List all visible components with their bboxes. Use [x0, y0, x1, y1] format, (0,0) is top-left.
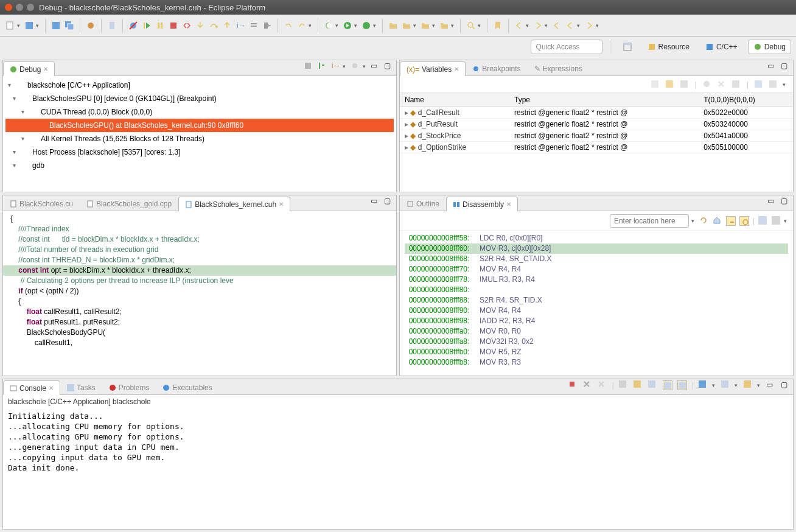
maximize-icon[interactable]: ▢: [781, 380, 791, 390]
maximize-icon[interactable]: ▢: [781, 197, 791, 206]
refresh-icon[interactable]: [699, 216, 709, 226]
debug-launch-icon[interactable]: ⬢: [323, 20, 334, 31]
minimize-icon[interactable]: ▭: [766, 380, 776, 390]
console-tab[interactable]: Console ✕: [3, 380, 60, 395]
variables-tab[interactable]: (x)= Variables ✕: [400, 61, 466, 76]
disconnect-icon[interactable]: [181, 20, 192, 31]
close-icon[interactable]: ✕: [506, 201, 511, 208]
redo-icon[interactable]: [296, 20, 307, 31]
openproj-icon[interactable]: [388, 20, 399, 31]
search-icon[interactable]: [466, 20, 477, 31]
vars-tb-icon[interactable]: [769, 80, 778, 89]
close-icon[interactable]: ✕: [454, 66, 459, 72]
sync-icon[interactable]: [739, 216, 749, 226]
editor-body[interactable]: { ////Thread index //const int tid = blo…: [3, 211, 396, 376]
stepmode-icon[interactable]: [248, 20, 259, 31]
remove-icon[interactable]: [583, 380, 593, 390]
toggle-bp-icon[interactable]: [106, 20, 117, 31]
opentask-icon[interactable]: [439, 20, 450, 31]
disassembly-body[interactable]: 00000000008fff58: LDC R0, c[0x0][R0] 000…: [400, 231, 793, 376]
vars-tb-icon[interactable]: [755, 80, 763, 89]
saveall-icon[interactable]: [64, 20, 75, 31]
expressions-tab[interactable]: ✎ Expressions: [528, 61, 589, 75]
quick-access-input[interactable]: Quick Access: [531, 40, 602, 54]
cpp-perspective[interactable]: C/C++: [700, 40, 743, 54]
minimize-icon[interactable]: ▭: [371, 61, 380, 71]
maximize-icon[interactable]: ▢: [384, 61, 394, 71]
maximize-icon[interactable]: [27, 4, 34, 11]
stepreturn-icon[interactable]: [222, 20, 232, 31]
close-icon[interactable]: ✕: [279, 201, 284, 208]
display-icon[interactable]: [699, 380, 708, 390]
marker-icon[interactable]: [492, 20, 503, 31]
problems-tab[interactable]: Problems: [102, 380, 156, 394]
breakpoints-tab[interactable]: Breakpoints: [466, 61, 527, 75]
home-icon[interactable]: [713, 216, 722, 226]
minimize-icon[interactable]: ▭: [767, 197, 777, 206]
clear-icon[interactable]: [634, 380, 643, 390]
vars-tb-icon[interactable]: [666, 80, 674, 89]
scroll-lock-icon[interactable]: [619, 380, 629, 390]
col-value[interactable]: T(0,0,0)B(0,0,0): [699, 93, 793, 107]
profile-launch-icon[interactable]: [361, 20, 372, 31]
terminate-icon[interactable]: [168, 20, 179, 31]
debug-tb-icon[interactable]: [317, 61, 327, 71]
vars-tb-icon[interactable]: [717, 80, 726, 89]
tree-item[interactable]: ▾BlackScholesGPU [0] [device 0 (GK104GL)…: [5, 92, 394, 105]
show-console-icon[interactable]: [663, 380, 672, 390]
col-name[interactable]: Name: [400, 93, 509, 107]
close-icon[interactable]: ✕: [49, 385, 54, 391]
outline-tab[interactable]: Outline: [400, 196, 446, 211]
tree-item[interactable]: ▾gdb: [5, 159, 394, 172]
close-icon[interactable]: ✕: [43, 66, 48, 72]
tree-item[interactable]: ▾blackschole [C/C++ Application]: [5, 79, 394, 92]
table-row[interactable]: ▸ ◆ d_StockPricerestrict @generic float2…: [400, 130, 793, 142]
table-row[interactable]: ▸ ◆ d_CallResultrestrict @generic float2…: [400, 107, 793, 119]
tree-item[interactable]: ▾All Kernel Threads (15,625 Blocks of 12…: [5, 132, 394, 145]
link-icon[interactable]: [726, 216, 736, 226]
minimize-icon[interactable]: ▭: [767, 61, 777, 71]
stepover-icon[interactable]: [208, 20, 219, 31]
disasm-tb-icon[interactable]: [772, 216, 781, 226]
vars-tb-icon[interactable]: [703, 80, 711, 89]
table-row[interactable]: ▸ ◆ d_PutResultrestrict @generic float2 …: [400, 119, 793, 130]
col-type[interactable]: Type: [509, 93, 699, 107]
last-edit-icon[interactable]: [551, 20, 562, 31]
prev-ann-icon[interactable]: [514, 20, 525, 31]
resource-perspective[interactable]: Resource: [642, 40, 695, 54]
vars-tb-icon[interactable]: [680, 80, 689, 89]
save-icon[interactable]: [24, 20, 35, 31]
tree-item[interactable]: BlackScholesGPU() at BlackScholes_kernel…: [5, 119, 394, 132]
show-console-icon[interactable]: [677, 380, 687, 390]
vars-tb-icon[interactable]: [732, 80, 741, 89]
openelem-icon[interactable]: [420, 20, 431, 31]
new-console-icon[interactable]: [744, 380, 753, 390]
console-output[interactable]: Initializing data... ...allocating CPU m…: [3, 408, 793, 529]
tree-item[interactable]: ▾Host Process [blackschole] [5357] [core…: [5, 145, 394, 159]
editor-tab-active[interactable]: BlackScholes_kernel.cuh ✕: [178, 197, 290, 211]
editor-tab[interactable]: BlackScholes_gold.cpp: [80, 196, 178, 211]
skip-bp-icon[interactable]: [128, 20, 139, 31]
run-launch-icon[interactable]: [342, 20, 353, 31]
next-ann-icon[interactable]: [532, 20, 543, 31]
vars-tb-icon[interactable]: [651, 80, 660, 89]
debug-tb-icon[interactable]: i→: [330, 61, 340, 71]
save2-icon[interactable]: [51, 20, 61, 31]
instruction-step-icon[interactable]: i→: [235, 20, 246, 31]
terminate-icon[interactable]: [568, 380, 578, 390]
close-icon[interactable]: [5, 4, 12, 11]
removeall-icon[interactable]: [598, 380, 607, 390]
debug-tb-icon[interactable]: [351, 61, 360, 71]
droptofr-icon[interactable]: [262, 20, 273, 31]
table-row[interactable]: ▸ ◆ d_OptionStrikerestrict @generic floa…: [400, 142, 793, 153]
location-input[interactable]: [610, 214, 689, 228]
minimize-icon[interactable]: [16, 4, 23, 11]
open-console-icon[interactable]: [721, 380, 731, 390]
suspend-icon[interactable]: [155, 20, 166, 31]
pin-icon[interactable]: [648, 380, 658, 390]
minimize-icon[interactable]: ▭: [371, 197, 380, 206]
resume-icon[interactable]: [141, 20, 152, 31]
stepinto-icon[interactable]: [195, 20, 206, 31]
debug-tab[interactable]: Debug ✕: [3, 61, 55, 76]
undo-icon[interactable]: [283, 20, 294, 31]
